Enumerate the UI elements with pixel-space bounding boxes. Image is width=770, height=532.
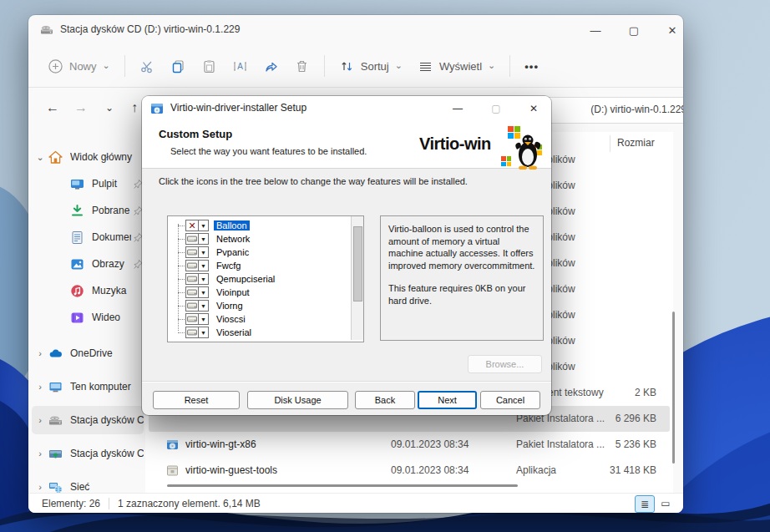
- browse-button[interactable]: Browse...: [468, 355, 542, 373]
- explorer-maximize-button[interactable]: ▢: [615, 16, 653, 44]
- share-icon: [263, 58, 279, 74]
- sidebar-item[interactable]: Obrazy: [32, 251, 144, 277]
- feature-dropdown-arrow[interactable]: ▼: [198, 327, 208, 337]
- feature-item[interactable]: ✕ ▼ Qemupciserial: [168, 272, 345, 286]
- sidebar-item[interactable]: Pobrane: [32, 197, 144, 224]
- feature-item[interactable]: ✕ ▼ Balloon: [168, 219, 345, 232]
- next-button[interactable]: Next: [418, 391, 477, 409]
- details-view-toggle[interactable]: ≣: [635, 495, 655, 513]
- dialog-minimize-button[interactable]: —: [441, 97, 474, 120]
- feature-state-button[interactable]: ✕ ▼: [185, 286, 209, 298]
- feature-dropdown-arrow[interactable]: ▼: [198, 301, 208, 311]
- feature-item[interactable]: ✕ ▼ Network: [168, 232, 345, 246]
- explorer-close-button[interactable]: ✕: [653, 16, 683, 44]
- sidebar-chevron-icon[interactable]: ›: [32, 448, 48, 459]
- explorer-titlebar[interactable]: Stacja dysków CD (D:) virtio-win-0.1.229…: [28, 15, 683, 45]
- feature-state-button[interactable]: ✕ ▼: [185, 260, 209, 271]
- horizontal-scrollbar-thumb[interactable]: [167, 484, 518, 487]
- tiles-view-toggle[interactable]: ▭: [656, 495, 675, 511]
- feature-name[interactable]: Vioserial: [214, 327, 254, 337]
- feature-name[interactable]: Vioinput: [214, 287, 252, 297]
- feature-name[interactable]: Fwcfg: [214, 261, 243, 271]
- feature-item[interactable]: ✕ ▼ Viorng: [168, 299, 345, 312]
- feature-item[interactable]: ✕ ▼ Vioinput: [168, 286, 345, 299]
- feature-state-button[interactable]: ✕ ▼: [185, 300, 209, 312]
- sidebar-item[interactable]: › Ten komputer: [32, 372, 144, 401]
- sidebar-chevron-icon[interactable]: ›: [32, 482, 48, 492]
- music-icon: [70, 284, 84, 298]
- feature-tree-scrollbar[interactable]: [351, 216, 363, 340]
- feature-name[interactable]: Pvpanic: [214, 247, 251, 257]
- explorer-minimize-button[interactable]: —: [576, 16, 615, 44]
- cut-button[interactable]: [132, 53, 163, 79]
- dialog-titlebar[interactable]: Virtio-win-driver-installer Setup — ▢ ✕: [142, 96, 551, 121]
- disk-usage-button[interactable]: Disk Usage: [247, 391, 348, 409]
- nav-back-button[interactable]: ←: [40, 96, 65, 119]
- dialog-close-button[interactable]: ✕: [517, 97, 550, 120]
- feature-dropdown-arrow[interactable]: ▼: [198, 274, 208, 284]
- toolbar-divider: [509, 55, 510, 77]
- feature-dropdown-arrow[interactable]: ▼: [198, 234, 208, 244]
- feature-name[interactable]: Network: [214, 234, 252, 244]
- sidebar-chevron-icon[interactable]: ›: [32, 415, 48, 425]
- rename-button[interactable]: A: [225, 53, 256, 79]
- sidebar-item[interactable]: Wideo: [32, 304, 144, 331]
- sidebar-item-label: Obrazy: [92, 258, 131, 270]
- feature-dropdown-arrow[interactable]: ▼: [198, 261, 208, 271]
- sidebar-item[interactable]: › OneDrive: [32, 339, 144, 367]
- view-lines-icon: [418, 58, 433, 74]
- more-options-button[interactable]: •••: [517, 55, 546, 78]
- feature-dropdown-arrow[interactable]: ▼: [198, 314, 208, 324]
- nav-history-button[interactable]: ⌄: [97, 96, 122, 119]
- feature-item[interactable]: ✕ ▼ Vioscsi: [168, 312, 345, 326]
- video-icon: [70, 311, 84, 325]
- feature-state-button[interactable]: ✕ ▼: [185, 233, 209, 245]
- feature-tree: ✕ ▼ Balloon ✕: [167, 215, 364, 342]
- sidebar-item[interactable]: › Stacja dysków CD: [32, 439, 144, 468]
- feature-name[interactable]: Qemupciserial: [214, 274, 277, 284]
- feature-name[interactable]: Viorng: [214, 301, 246, 311]
- feature-tree-scrollbar-thumb[interactable]: [353, 226, 362, 301]
- feature-item[interactable]: ✕ ▼ Pvpanic: [168, 246, 345, 259]
- sidebar-item[interactable]: Muzyka: [32, 277, 144, 304]
- feature-dropdown-arrow[interactable]: ▼: [198, 247, 208, 257]
- sidebar-item-label: Wideo: [92, 312, 144, 323]
- file-row[interactable]: virtio-win-gt-x86 09.01.2023 08:34 Pakie…: [149, 432, 670, 458]
- new-button[interactable]: Nowy ⌄: [40, 53, 118, 79]
- feature-dropdown-arrow[interactable]: ▼: [198, 220, 208, 231]
- cancel-button[interactable]: Cancel: [480, 391, 540, 409]
- feature-state-button[interactable]: ✕ ▼: [185, 246, 209, 258]
- new-button-label: Nowy: [69, 60, 97, 73]
- feature-state-button[interactable]: ✕ ▼: [185, 273, 209, 285]
- sort-button[interactable]: Sortuj ⌄: [332, 53, 410, 79]
- file-row[interactable]: virtio-win-guest-tools 09.01.2023 08:34 …: [149, 458, 670, 484]
- sidebar-item[interactable]: ⌄ Widok główny: [32, 144, 144, 170]
- back-button[interactable]: Back: [355, 391, 415, 409]
- feature-dropdown-arrow[interactable]: ▼: [198, 287, 208, 297]
- feature-name[interactable]: Vioscsi: [214, 314, 248, 324]
- vertical-scrollbar-thumb[interactable]: [672, 312, 675, 464]
- delete-button[interactable]: [286, 53, 317, 79]
- sidebar-chevron-icon[interactable]: ›: [32, 382, 48, 392]
- view-button[interactable]: Wyświetl ⌄: [410, 53, 503, 79]
- dialog-maximize-button[interactable]: ▢: [479, 97, 513, 120]
- harddrive-icon: [187, 236, 197, 242]
- nav-forward-button[interactable]: →: [68, 96, 94, 119]
- feature-state-button[interactable]: ✕ ▼: [185, 313, 209, 325]
- feature-item[interactable]: ✕ ▼ Fwcfg: [168, 259, 345, 272]
- feature-name[interactable]: Balloon: [214, 220, 250, 231]
- sidebar-item[interactable]: › Stacja dysków C: [32, 406, 144, 434]
- feature-state-button[interactable]: ✕ ▼: [185, 220, 209, 231]
- sidebar-item[interactable]: Pulpit: [32, 170, 144, 197]
- sidebar-item[interactable]: Dokumenty: [32, 224, 144, 251]
- sidebar-chevron-icon[interactable]: ⌄: [32, 152, 48, 163]
- share-button[interactable]: [256, 53, 286, 79]
- feature-state-button[interactable]: ✕ ▼: [185, 327, 209, 338]
- windows-flag-icon: [501, 156, 511, 166]
- pictures-icon: [70, 257, 84, 271]
- feature-item[interactable]: ✕ ▼ Vioserial: [168, 326, 345, 339]
- paste-button[interactable]: [194, 53, 225, 79]
- reset-button[interactable]: Reset: [153, 391, 240, 409]
- sidebar-chevron-icon[interactable]: ›: [32, 348, 48, 358]
- copy-button[interactable]: [163, 53, 194, 79]
